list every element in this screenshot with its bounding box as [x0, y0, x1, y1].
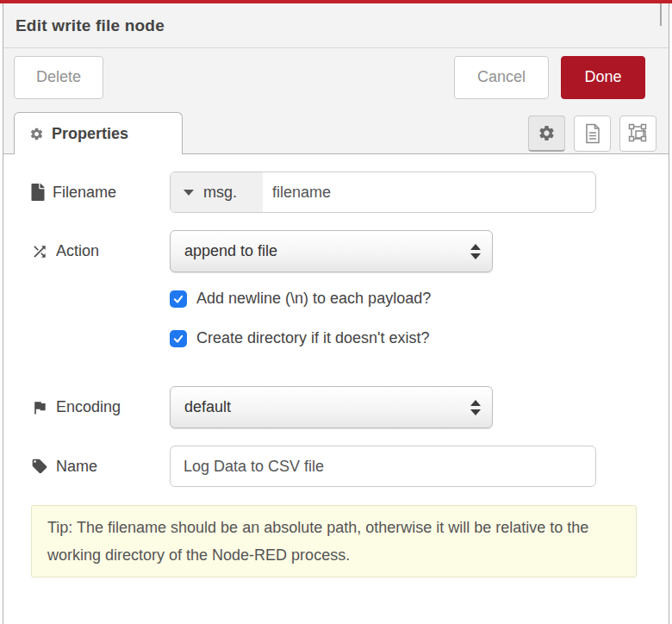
- filename-label: Filename: [31, 184, 170, 202]
- encoding-row: Encoding default: [31, 386, 669, 428]
- filename-typed-input: msg.: [170, 172, 596, 213]
- newline-checkbox-label[interactable]: Add newline (\n) to each payload?: [196, 290, 431, 308]
- filename-type-select[interactable]: msg.: [171, 172, 263, 212]
- chevron-down-icon: [184, 190, 194, 196]
- name-label: Name: [31, 458, 170, 476]
- check-icon: [172, 333, 184, 345]
- tray-toolbar: Delete Cancel Done: [3, 48, 669, 106]
- delete-button[interactable]: Delete: [14, 56, 103, 99]
- appearance-icon: [628, 123, 649, 144]
- newline-checkbox[interactable]: [170, 290, 187, 308]
- newline-checkbox-row: Add newline (\n) to each payload?: [31, 290, 669, 308]
- editor-header-red-bar: [0, 0, 672, 3]
- node-properties-form: Filename msg. Action append to file: [3, 154, 669, 577]
- filename-type-prefix: msg.: [203, 184, 237, 202]
- filename-row: Filename msg.: [31, 172, 669, 213]
- encoding-label: Encoding: [31, 398, 170, 416]
- done-button[interactable]: Done: [561, 56, 645, 99]
- editor-tab-bar: Properties: [3, 106, 669, 154]
- shuffle-icon: [31, 243, 48, 260]
- name-label-text: Name: [56, 458, 97, 476]
- node-description-button[interactable]: [574, 115, 611, 152]
- name-row: Name: [31, 446, 669, 487]
- tab-action-buttons: [528, 115, 656, 152]
- properties-gear-button[interactable]: [528, 115, 565, 152]
- cancel-button[interactable]: Cancel: [454, 56, 549, 99]
- name-input-wrapper: [170, 446, 596, 487]
- encoding-select-value: default: [184, 398, 231, 416]
- mkdir-checkbox[interactable]: [170, 330, 187, 347]
- gear-icon: [538, 124, 556, 142]
- flag-icon: [31, 399, 48, 416]
- node-appearance-button[interactable]: [619, 115, 656, 152]
- filename-input[interactable]: [263, 172, 595, 212]
- form-tip: Tip: The filename should be an absolute …: [31, 505, 637, 577]
- mkdir-checkbox-row: Create directory if it doesn't exist?: [31, 329, 669, 347]
- select-arrows-icon: [470, 400, 481, 415]
- action-row: Action append to file: [31, 230, 669, 272]
- mkdir-checkbox-label[interactable]: Create directory if it doesn't exist?: [196, 329, 430, 347]
- background-scrollbar-thumb: [660, 3, 662, 26]
- dialog-title: Edit write file node: [16, 16, 165, 35]
- action-label-text: Action: [56, 242, 99, 260]
- encoding-label-text: Encoding: [56, 398, 121, 416]
- tab-properties[interactable]: Properties: [14, 112, 183, 154]
- gear-icon: [29, 127, 44, 141]
- action-select-value: append to file: [184, 242, 277, 260]
- filename-label-text: Filename: [53, 184, 116, 202]
- edit-node-tray: Edit write file node Delete Cancel Done …: [3, 3, 669, 624]
- tag-icon: [31, 458, 48, 475]
- tray-header: Edit write file node: [3, 3, 669, 48]
- select-arrows-icon: [470, 244, 481, 259]
- action-label: Action: [31, 242, 170, 260]
- file-icon: [31, 184, 45, 201]
- description-icon: [584, 123, 601, 144]
- encoding-select[interactable]: default: [170, 386, 493, 428]
- action-select[interactable]: append to file: [170, 230, 493, 272]
- tab-properties-label: Properties: [52, 125, 128, 143]
- name-input[interactable]: [184, 458, 582, 476]
- check-icon: [172, 293, 184, 305]
